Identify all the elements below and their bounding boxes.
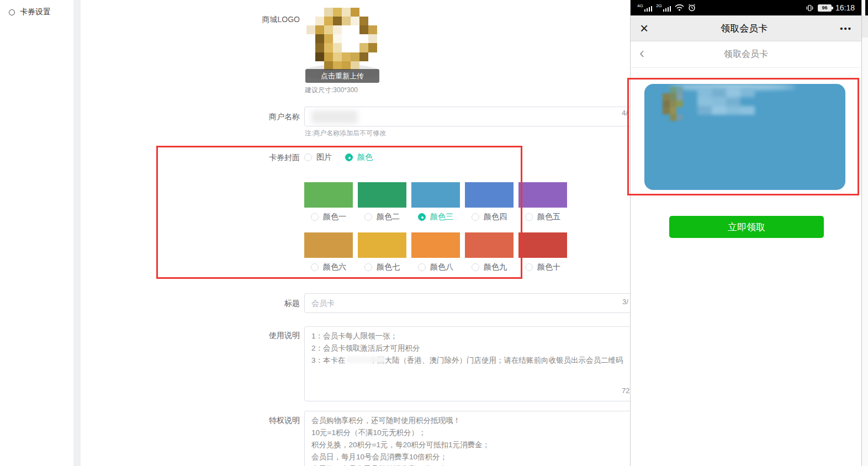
color-choice-10[interactable]: 颜色十 <box>518 232 567 272</box>
color-label: 颜色七 <box>377 262 400 272</box>
cover-option-color-label: 颜色 <box>357 152 373 162</box>
radio-icon[interactable] <box>472 213 479 221</box>
radio-icon[interactable] <box>345 153 353 161</box>
logo-size-hint: 建议尺寸:300*300 <box>305 86 358 95</box>
radio-icon[interactable] <box>472 263 479 271</box>
cover-option-image[interactable]: 图片 <box>304 152 332 162</box>
color-label: 颜色一 <box>323 212 346 222</box>
color-label: 颜色三 <box>430 212 453 222</box>
more-icon[interactable]: ••• <box>840 24 852 33</box>
usage-field-label: 使用说明 <box>235 331 300 341</box>
color-choice-8[interactable]: 颜色八 <box>411 232 460 272</box>
radio-icon[interactable] <box>364 213 372 221</box>
color-swatch[interactable] <box>518 232 567 258</box>
merchant-name-note: 注:商户名称添加后不可修改 <box>305 129 386 138</box>
page-header: ‹ 领取会员卡 <box>631 41 861 68</box>
card-settings-form: 商城LOGO 点击重新上传 建议尺寸:300*300 商户名称 <box>81 0 630 466</box>
privilege-line: 生日礼，会员生日月首单消费享20倍积分； <box>311 463 681 466</box>
circle-icon <box>9 9 15 15</box>
title-counter: 3/ <box>622 298 628 306</box>
sidebar-item-card-settings[interactable]: 卡券设置 <box>0 0 73 17</box>
color-label: 颜色九 <box>484 262 507 272</box>
redacted-merchant-name <box>311 110 358 124</box>
color-swatch[interactable] <box>465 232 514 258</box>
privilege-line: 10元=1积分（不满10元无积分）； <box>311 427 681 439</box>
color-choice-5[interactable]: 颜色五 <box>518 182 567 222</box>
color-label: 颜色十 <box>537 262 560 272</box>
radio-icon[interactable] <box>311 263 319 271</box>
color-label: 颜色五 <box>537 212 560 222</box>
color-choice-3[interactable]: 颜色三 <box>411 182 460 222</box>
card-title-blurred <box>697 88 769 124</box>
vibrate-icon <box>806 4 814 12</box>
sidebar: 卡券设置 <box>0 0 73 466</box>
alarm-clock-icon <box>688 4 696 12</box>
cover-option-image-label: 图片 <box>316 152 332 162</box>
color-swatch[interactable] <box>358 232 406 258</box>
phone-statusbar: 4G 2G <box>631 0 861 15</box>
cover-option-color[interactable]: 颜色 <box>345 152 373 162</box>
color-choice-7[interactable]: 颜色七 <box>358 232 406 272</box>
claim-button[interactable]: 立即领取 <box>669 216 824 238</box>
color-swatch[interactable] <box>465 182 514 208</box>
wifi-icon <box>675 4 684 11</box>
privilege-line: 积分兑换，20积分=1元，每20积分可抵扣1元消费金； <box>311 439 681 451</box>
color-label: 颜色八 <box>430 262 453 272</box>
radio-icon[interactable] <box>304 153 312 161</box>
sidebar-item-label: 卡券设置 <box>20 7 51 17</box>
color-swatch[interactable] <box>304 182 353 208</box>
color-label: 颜色六 <box>323 262 346 272</box>
privilege-line: 会员购物享积分，还可随时使用积分抵现哦！ <box>311 415 681 427</box>
color-choice-2[interactable]: 颜色二 <box>358 182 406 222</box>
title-field-label: 标题 <box>235 299 300 309</box>
back-chevron-icon[interactable]: ‹ <box>639 46 644 61</box>
color-swatch[interactable] <box>411 182 460 208</box>
redacted-brand-name <box>347 356 385 363</box>
sidebar-divider <box>73 0 81 466</box>
privilege-line: 会员日，每月10号会员消费享10倍积分； <box>311 451 681 463</box>
radio-icon[interactable] <box>418 263 426 271</box>
radio-icon[interactable] <box>311 213 319 221</box>
navbar-title: 领取会员卡 <box>721 22 768 35</box>
cover-options: 图片 颜色 <box>304 152 386 162</box>
merchant-name-counter: 4/ <box>622 109 628 117</box>
color-swatch[interactable] <box>411 232 460 258</box>
color-label: 颜色四 <box>484 212 507 222</box>
signal-2g-icon: 2G <box>656 4 671 12</box>
usage-counter: 72 <box>622 386 629 395</box>
card-logo-blurred <box>662 87 691 121</box>
privilege-field-label: 特权说明 <box>235 416 300 426</box>
color-label: 颜色二 <box>377 212 400 222</box>
merchant-name-label: 商户名称 <box>235 112 300 122</box>
close-icon[interactable]: × <box>640 21 648 35</box>
logo-field-label: 商城LOGO <box>235 15 300 25</box>
radio-icon[interactable] <box>418 213 426 221</box>
radio-icon[interactable] <box>525 213 533 221</box>
color-swatch[interactable] <box>304 232 353 258</box>
phone-preview-panel: 4G 2G <box>630 0 861 466</box>
battery-icon: 96 <box>818 4 832 12</box>
color-swatch[interactable] <box>358 182 406 208</box>
radio-icon[interactable] <box>525 263 533 271</box>
background-window-edge <box>861 0 868 466</box>
page: 卡券设置 商城LOGO 点击重新上传 建议尺寸:3 <box>0 0 868 466</box>
membership-card-preview <box>644 84 845 190</box>
background-navbar-sliver <box>862 15 868 38</box>
radio-icon[interactable] <box>364 263 372 271</box>
merchant-logo-upload[interactable]: 点击重新上传 <box>306 8 378 81</box>
reupload-button[interactable]: 点击重新上传 <box>305 69 379 83</box>
statusbar-time: 16:18 <box>835 3 855 12</box>
wechat-navbar: × 领取会员卡 ••• <box>631 15 861 41</box>
color-choice-6[interactable]: 颜色六 <box>304 232 353 272</box>
color-choice-4[interactable]: 颜色四 <box>465 182 514 222</box>
color-choice-9[interactable]: 颜色九 <box>465 232 514 272</box>
signal-4g-icon: 4G <box>637 4 652 12</box>
cover-field-label: 卡券封面 <box>235 153 300 163</box>
page-title: 领取会员卡 <box>724 49 768 60</box>
color-choice-1[interactable]: 颜色一 <box>304 182 353 222</box>
color-swatch[interactable] <box>518 182 567 208</box>
